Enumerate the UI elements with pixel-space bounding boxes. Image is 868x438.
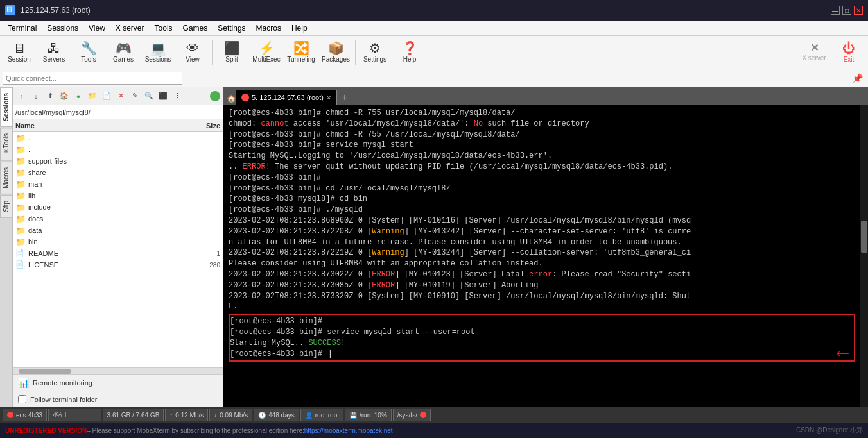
file-item-include[interactable]: 📁 include [13,201,223,213]
highlight-box: [root@ecs-4b33 bin]# [root@ecs-4b33 bin]… [229,314,855,362]
xserver-btn[interactable]: ✕ X server [797,37,831,68]
folder-icon: 📁 [15,237,26,246]
help-icon: ❓ [402,42,418,55]
terminal-line: [root@ecs-4b33 bin]# [229,173,855,183]
nav-tools[interactable]: ★ Tools [0,128,12,161]
file-view-btn[interactable]: 📄 [100,90,113,103]
file-item-data[interactable]: 📁 data [13,224,223,236]
sessions-btn[interactable]: 💻 Sessions [141,37,175,68]
file-item-share[interactable]: 📁 share [13,167,223,178]
down-btn[interactable]: ↓ [30,90,42,103]
file-list-header: Name Size [13,119,223,132]
terminal-btn[interactable]: ⬛ [157,90,169,103]
terminal-content[interactable]: [root@ecs-4b33 bin]# chmod -R 755 usr/lo… [223,105,860,407]
search-btn[interactable]: 🔍 [143,90,155,103]
nav-macros[interactable]: Macros [0,162,12,194]
scroll-thumb[interactable] [861,221,867,253]
up-btn[interactable]: ↑ [15,90,28,103]
menu-games[interactable]: Games [178,22,213,34]
file-item-docs[interactable]: 📁 docs [13,213,223,224]
terminal-line: Starting MySQL.Logging to '/usr/local/my… [229,151,855,162]
menu-help[interactable]: Help [286,22,313,34]
status-cpu-label: 4% [53,412,62,419]
multiexec-btn[interactable]: ⚡ MultiExec [250,37,283,68]
xserver-label: X server [802,55,826,62]
menu-macros[interactable]: Macros [251,22,286,34]
follow-folder-checkbox[interactable] [18,395,26,403]
follow-terminal-folder: Follow terminal folder [13,391,223,407]
tools-btn[interactable]: 🔧 Tools [72,37,105,68]
terminal-line: [root@ecs-4b33 bin]# service mysql start [229,140,855,151]
maximize-btn[interactable]: □ [842,6,851,15]
tab-bar: 🏠 5. 125.124.57.63 (root) ✕ + [223,87,868,105]
close-btn[interactable]: ✕ [854,6,863,15]
vertical-nav: Sessions ★ Tools Macros Sftp [0,87,13,407]
edit-btn[interactable]: ✎ [128,90,141,103]
exit-btn[interactable]: ⏻ Exit [832,37,865,68]
delete-btn[interactable]: ✕ [114,90,127,103]
file-icon: 📄 [15,260,26,269]
toolbar-divider-2 [355,40,356,65]
more-btn[interactable]: ⋮ [171,90,184,103]
minimize-btn[interactable]: — [831,6,840,15]
user-icon: 👤 [305,412,313,419]
help-btn[interactable]: ❓ Help [393,37,426,68]
folder-icon: 📁 [15,191,26,200]
terminal-line: L. [229,301,855,312]
mobatek-link[interactable]: https://mobaxterm.mobatek.net [304,427,393,434]
file-item-readme[interactable]: 📄 README 1 [13,248,223,259]
file-item-support-files[interactable]: 📁 support-files [13,155,223,167]
tab-5[interactable]: 5. 125.124.57.63 (root) ✕ [236,90,337,105]
terminal-line: 2023-02-02T08:21:23.872219Z 0 [Warning] … [229,248,855,258]
home-btn[interactable]: 🏠 [58,90,71,103]
games-btn[interactable]: 🎮 Games [107,37,140,68]
home-tab-btn[interactable]: 🏠 [226,92,236,105]
settings-btn[interactable]: ⚙ Settings [358,37,392,68]
file-item-man[interactable]: 📁 man [13,178,223,190]
session-btn[interactable]: 🖥 Session [3,37,36,68]
file-item-license[interactable]: 📄 LICENSE 280 [13,259,223,271]
view-btn[interactable]: 👁 View [176,37,209,68]
refresh-btn[interactable]: ● [72,90,85,103]
packages-label: Packages [322,56,350,63]
terminal-scrollbar[interactable] [860,105,868,407]
packages-btn[interactable]: 📦 Packages [319,37,352,68]
terminal-line: 2023-02-02T08:21:23.873320Z 0 [System] [… [229,291,855,302]
terminal-area: 🏠 5. 125.124.57.63 (root) ✕ + [root@ecs-… [223,87,868,407]
back-btn[interactable]: ⬆ [44,90,56,103]
add-tab-btn[interactable]: + [337,90,352,105]
menu-sessions[interactable]: Sessions [42,22,83,34]
servers-btn[interactable]: 🖧 Servers [37,37,71,68]
split-btn[interactable]: ⬛ Split [215,37,248,68]
menu-xserver[interactable]: X server [110,22,150,34]
terminal-line: n alias for UTF8MB4 in a future release.… [229,237,855,248]
status-user: 👤 root root [300,409,343,421]
nav-sessions[interactable]: Sessions [0,87,12,127]
status-server: ecs-4b33 [3,409,47,421]
folder-icon: 📁 [15,203,26,212]
file-list: 📁 .. 📁 . 📁 support-files 📁 share 📁 [13,132,223,367]
terminal-line: [root@ecs-4b33 mysql8]# cd bin [229,194,855,205]
status-dot-red2 [420,412,426,418]
file-item-lib[interactable]: 📁 lib [13,190,223,201]
folder-icon: 📁 [15,180,26,189]
quick-connect-input[interactable] [3,72,182,85]
terminal-line: [root@ecs-4b33 bin]# chmod -R 755 usr/lo… [229,108,855,119]
menu-terminal[interactable]: Terminal [3,22,42,34]
file-item-bin[interactable]: 📁 bin [13,236,223,248]
file-scrollbar[interactable] [13,367,223,374]
status-disk1: 💾 /run: 10% [345,409,392,421]
menu-view[interactable]: View [83,22,110,34]
new-folder-btn[interactable]: 📁 [86,90,99,103]
file-item-dotdot[interactable]: 📁 .. [13,132,223,144]
cpu-bar [65,412,97,417]
tab-close-btn[interactable]: ✕ [326,94,331,101]
tunneling-btn[interactable]: 🔀 Tunneling [284,37,318,68]
bottom-message: – Please support MobaXterm by subscribin… [87,427,304,434]
toolbar-divider-1 [212,40,213,65]
nav-sftp[interactable]: Sftp [0,195,12,218]
file-scroll-thumb[interactable] [19,369,71,374]
menu-settings[interactable]: Settings [213,22,250,34]
menu-tools[interactable]: Tools [150,22,178,34]
file-item-dot[interactable]: 📁 . [13,144,223,155]
